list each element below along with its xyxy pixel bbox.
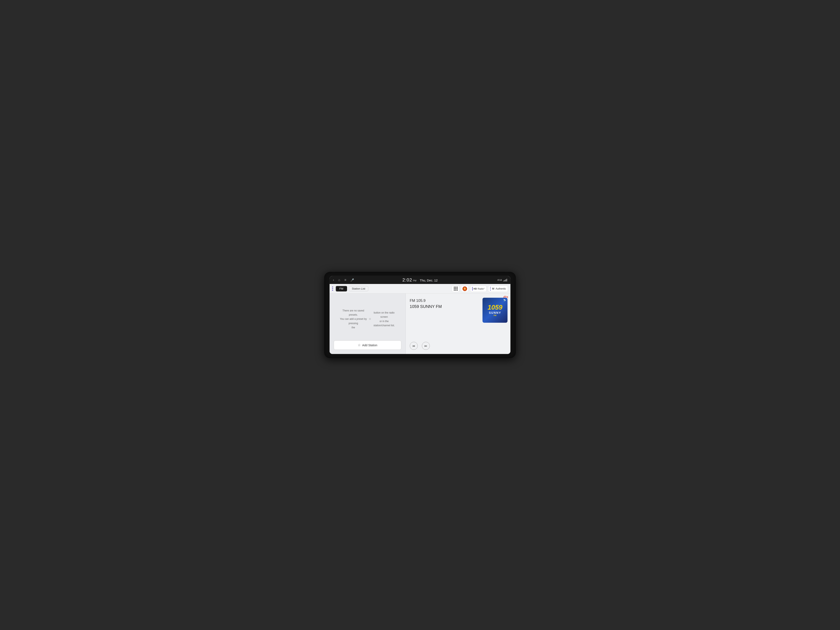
main-content: There are no saved presets. You can add … [330,294,510,354]
signal-bar-1 [503,281,504,281]
fm-tab[interactable]: FM [336,286,347,292]
signal-bars [503,278,507,281]
playback-controls: ⏮ ⏭ [410,342,430,350]
signal-bar-2 [504,280,505,281]
shazam-icon: S [463,286,467,291]
top-nav: ‹ ⌂ ≡ 🎤 [333,278,354,282]
screen: ‹ ⌂ ≡ 🎤 2:02 PM Thu, Dec. 12 KIA [330,276,510,354]
shazam-button[interactable]: S [461,286,469,292]
clock-time: 2:02 [402,277,412,283]
signal-bar-4 [507,279,507,281]
display-inner: ‹ ⌂ ≡ 🎤 2:02 PM Thu, Dec. 12 KIA [329,276,511,354]
back-button[interactable]: ‹ [333,278,334,282]
menu-button[interactable]: ≡ [344,278,346,282]
playback-area: ⏮ ⏭ [410,342,506,350]
authentic-label: Authentic [496,287,506,290]
tab-bar: FM Station List [330,284,510,294]
kia-logo: KIA [497,279,502,281]
car-display: ‹ ⌂ ≡ 🎤 2:02 PM Thu, Dec. 12 KIA [324,272,516,358]
presets-panel: There are no saved presets. You can add … [330,294,406,354]
grid-view-button[interactable] [452,286,459,292]
home-button[interactable]: ⌂ [338,278,340,282]
add-station-star-icon: ☆ [358,343,361,347]
tab-dot-3 [332,290,333,291]
logo-antenna-icon: 📡 [503,299,506,301]
logo-number: 1059 [488,304,502,311]
tab-dot-2 [332,288,333,289]
logo-text: SUNNY [489,311,501,314]
authentic-dots [490,287,491,291]
authentic-m-icon: M [492,287,494,290]
hd-radio-button[interactable]: HD Radio° [470,286,486,292]
no-presets-message: There are no saved presets. You can add … [334,298,401,340]
clock-date: Thu, Dec. 12 [420,278,438,282]
add-station-label: Add Station [362,344,377,347]
hd-label: HD [474,287,477,290]
clock-ampm: PM [413,279,417,282]
station-list-tab[interactable]: Station List [349,286,368,291]
logo-fm-badge: FM [494,314,496,316]
hd-radio-label: Radio° [478,287,485,290]
star-icon: ☆ [369,317,371,321]
fm-tab-dots [332,286,333,291]
clock-display: 2:02 PM Thu, Dec. 12 [402,277,437,283]
station-logo: 📡 1059 SUNNY FM [483,298,507,323]
tab-dot-1 [332,286,333,287]
grid-icon [454,287,458,291]
fast-forward-button[interactable]: ⏭ [422,342,430,350]
rewind-button[interactable]: ⏮ [410,342,418,350]
mic-button[interactable]: 🎤 [351,278,354,282]
hd-bar-icon [472,287,473,291]
now-playing-panel: dts FM 105.9 1059 SUNNY FM ⏮ ⏭ 📡 [406,294,510,354]
top-bar: ‹ ⌂ ≡ 🎤 2:02 PM Thu, Dec. 12 KIA [330,276,510,284]
authentic-button[interactable]: M Authentic [488,286,508,292]
top-bar-right: KIA [497,278,507,281]
tab-bar-right: S HD Radio° M Authenti [452,286,508,292]
signal-bar-3 [505,279,506,281]
add-station-button[interactable]: ☆ Add Station [334,340,401,350]
